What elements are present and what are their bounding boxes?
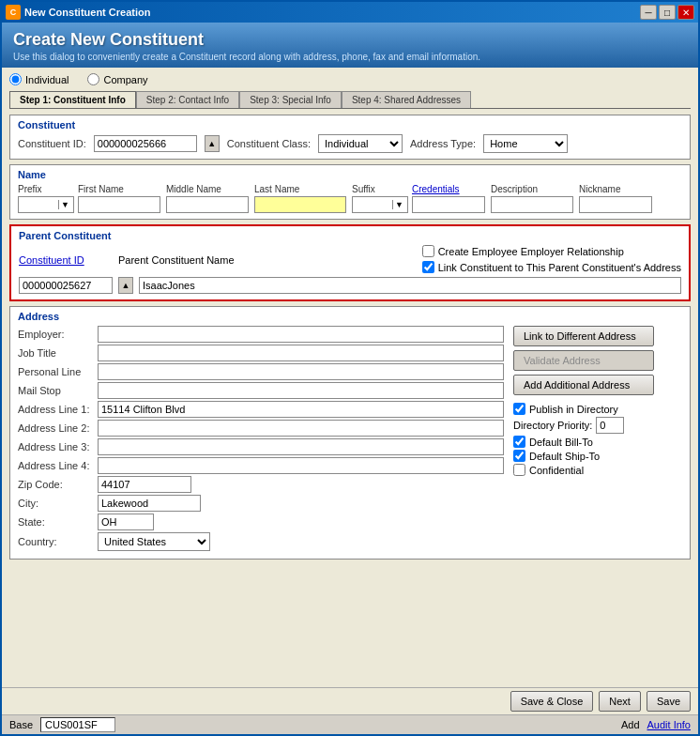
parent-id-input[interactable] [19, 277, 113, 294]
address4-label: Address Line 4: [18, 460, 98, 471]
address-left-col: Employer: Job Title Personal Line Mail S… [18, 326, 504, 553]
minimize-button[interactable]: ─ [640, 5, 657, 20]
validate-address-button[interactable]: Validate Address [513, 350, 654, 371]
save-button[interactable]: Save [647, 691, 691, 712]
mail-stop-input[interactable] [98, 382, 504, 399]
parent-input-row: ▲ [19, 277, 681, 294]
constituent-section: Constituent Constituent ID: ▲ Constituen… [9, 115, 691, 160]
address2-row: Address Line 2: [18, 420, 504, 437]
confidential-checkbox[interactable] [513, 464, 525, 476]
publish-checkbox[interactable] [513, 403, 525, 415]
title-bar-controls: ─ □ ✕ [640, 5, 694, 20]
state-input[interactable] [98, 514, 154, 530]
city-row: City: [18, 495, 504, 512]
last-col-label: Last Name [254, 184, 348, 194]
parent-name-input[interactable] [139, 277, 681, 294]
address4-input[interactable] [98, 457, 504, 474]
country-select[interactable]: United States [98, 532, 210, 551]
link-address-checkbox[interactable] [422, 261, 434, 273]
personal-line-input[interactable] [98, 363, 504, 380]
address-checkboxes: Publish in Directory Directory Priority:… [513, 403, 682, 478]
nickname-input[interactable] [579, 196, 652, 213]
middle-name-input[interactable] [166, 196, 249, 213]
publish-label: Publish in Directory [529, 404, 618, 415]
constituent-id-spinner[interactable]: ▲ [205, 135, 220, 152]
zipcode-label: Zip Code: [18, 479, 98, 490]
credentials-input[interactable] [412, 196, 485, 213]
default-ship-checkbox[interactable] [513, 450, 525, 462]
create-employee-checkbox[interactable] [422, 245, 434, 257]
header: Create New Constituent Use this dialog t… [2, 23, 698, 68]
zipcode-row: Zip Code: [18, 476, 504, 493]
link-address-row[interactable]: Link Constituent to This Parent Constitu… [422, 261, 681, 273]
prefix-dropdown[interactable]: ▼ [58, 200, 71, 209]
next-button[interactable]: Next [599, 691, 641, 712]
first-col-label: First Name [78, 184, 162, 194]
address-section-title: Address [18, 311, 682, 322]
default-bill-checkbox[interactable] [513, 436, 525, 448]
save-close-button[interactable]: Save & Close [510, 691, 594, 712]
tab-special-info[interactable]: Step 3: Special Info [239, 91, 342, 108]
employer-input[interactable] [98, 326, 504, 343]
prefix-input[interactable] [19, 197, 58, 212]
address-section: Address Employer: Job Title Personal Lin… [9, 306, 691, 560]
zipcode-input[interactable] [98, 476, 191, 493]
description-input[interactable] [491, 196, 573, 213]
create-employee-row[interactable]: Create Employee Employer Relationship [422, 245, 681, 257]
state-row: State: [18, 514, 504, 530]
confidential-row[interactable]: Confidential [513, 464, 682, 476]
parent-header-row: Constituent ID Parent Constituent Name C… [19, 245, 681, 275]
title-bar-left: C New Constituent Creation [6, 5, 150, 20]
app-icon: C [6, 5, 21, 20]
address2-input[interactable] [98, 420, 504, 437]
individual-radio-label[interactable]: Individual [9, 73, 68, 85]
default-bill-row[interactable]: Default Bill-To [513, 436, 682, 448]
job-title-input[interactable] [98, 345, 504, 361]
suffix-input[interactable] [353, 197, 392, 212]
type-selection: Individual Company [9, 73, 691, 85]
suffix-dropdown[interactable]: ▼ [392, 200, 405, 209]
parent-section: Parent Constituent Constituent ID Parent… [9, 224, 691, 301]
address3-row: Address Line 3: [18, 438, 504, 455]
job-title-label: Job Title [18, 347, 98, 359]
maximize-button[interactable]: □ [659, 5, 676, 20]
last-name-input[interactable] [254, 196, 346, 213]
main-window: C New Constituent Creation ─ □ ✕ Create … [0, 0, 700, 736]
tab-constituent-info[interactable]: Step 1: Constituent Info [9, 91, 136, 108]
parent-id-link[interactable]: Constituent ID [19, 254, 113, 266]
suffix-col-label: Suffix [352, 184, 408, 194]
tab-shared-addresses[interactable]: Step 4: Shared Addresses [342, 91, 471, 108]
address3-input[interactable] [98, 438, 504, 455]
company-radio-label[interactable]: Company [87, 73, 147, 85]
company-radio[interactable] [87, 73, 99, 85]
priority-input[interactable] [596, 417, 624, 434]
audit-info-link[interactable]: Audit Info [647, 719, 691, 730]
parent-name-col-label: Parent Constituent Name [118, 254, 417, 266]
footer-buttons: Save & Close Next Save [510, 691, 691, 712]
address-form: Employer: Job Title Personal Line Mail S… [18, 326, 682, 553]
address1-row: Address Line 1: [18, 401, 504, 418]
constituent-class-select[interactable]: Individual [318, 134, 403, 153]
address1-label: Address Line 1: [18, 404, 98, 415]
mail-stop-label: Mail Stop [18, 385, 98, 396]
priority-label: Directory Priority: [513, 420, 592, 431]
add-additional-button[interactable]: Add Additional Address [513, 375, 654, 395]
close-button[interactable]: ✕ [677, 5, 694, 20]
constituent-id-input[interactable] [94, 135, 197, 152]
link-address-button[interactable]: Link to Different Address [513, 326, 654, 346]
parent-id-spinner[interactable]: ▲ [118, 277, 133, 294]
tab-contact-info[interactable]: Step 2: Contact Info [136, 91, 239, 108]
city-input[interactable] [98, 495, 201, 512]
credentials-col-label[interactable]: Credentials [412, 184, 487, 194]
individual-radio[interactable] [9, 73, 22, 85]
address-type-select[interactable]: Home [483, 134, 568, 153]
constituent-id-label: Constituent ID: [18, 138, 86, 149]
individual-label: Individual [25, 74, 68, 85]
tab-bar: Step 1: Constituent Info Step 2: Contact… [9, 91, 691, 108]
first-name-input[interactable] [78, 196, 160, 213]
nickname-col-label: Nickname [579, 184, 654, 194]
default-ship-row[interactable]: Default Ship-To [513, 450, 682, 462]
address1-input[interactable] [98, 401, 504, 418]
publish-row[interactable]: Publish in Directory [513, 403, 682, 415]
status-right: Add Audit Info [621, 719, 691, 730]
